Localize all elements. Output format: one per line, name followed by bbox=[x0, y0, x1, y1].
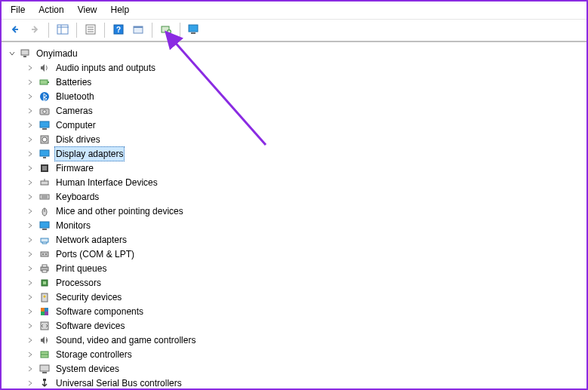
menu-help[interactable]: Help bbox=[109, 4, 131, 16]
tree-item-label[interactable]: Human Interface Devices bbox=[54, 176, 159, 189]
chevron-right-icon[interactable] bbox=[26, 221, 35, 230]
tree-item[interactable]: Software components bbox=[6, 304, 583, 318]
tree-item-label[interactable]: Software devices bbox=[54, 319, 126, 333]
tree-root[interactable]: Onyimadu bbox=[6, 47, 583, 60]
chevron-right-icon[interactable] bbox=[26, 321, 35, 330]
tree-item-label[interactable]: Bluetooth bbox=[54, 90, 96, 103]
tree-item-label[interactable]: Storage controllers bbox=[54, 348, 134, 361]
tree-item[interactable]: Disk drives bbox=[6, 132, 583, 146]
tree-item[interactable]: Human Interface Devices bbox=[6, 175, 583, 189]
tree-item[interactable]: Batteries bbox=[6, 75, 583, 89]
tree-item[interactable]: Mice and other pointing devices bbox=[6, 204, 583, 218]
tree-item[interactable]: Universal Serial Bus controllers bbox=[6, 376, 583, 388]
tree-item[interactable]: Sound, video and game controllers bbox=[6, 333, 583, 347]
toolbar-separator bbox=[152, 23, 152, 38]
chevron-right-icon[interactable] bbox=[26, 364, 35, 373]
tree-item-label[interactable]: Print queues bbox=[54, 262, 108, 275]
tree-item[interactable]: Computer bbox=[6, 118, 583, 132]
svg-point-21 bbox=[43, 109, 46, 112]
back-button[interactable] bbox=[6, 22, 24, 38]
tree-item-label[interactable]: Processors bbox=[54, 276, 103, 290]
toolbar-separator bbox=[104, 23, 105, 38]
tree-item[interactable]: Processors bbox=[6, 275, 583, 290]
tree-item-label[interactable]: Firmware bbox=[54, 161, 95, 175]
tree-item[interactable]: System devices bbox=[6, 361, 583, 376]
tree-item-label[interactable]: Monitors bbox=[54, 219, 92, 232]
tree-item-label[interactable]: Disk drives bbox=[54, 133, 102, 146]
software-comp-icon bbox=[38, 306, 51, 318]
tree-item[interactable]: Audio inputs and outputs bbox=[6, 60, 583, 75]
tree-item-label[interactable]: Sound, video and game controllers bbox=[54, 333, 197, 347]
help-button[interactable]: ? bbox=[109, 22, 128, 38]
show-hidden-button[interactable] bbox=[129, 22, 147, 38]
tree-item-label[interactable]: Ports (COM & LPT) bbox=[54, 247, 136, 261]
svg-text:?: ? bbox=[116, 26, 121, 34]
chevron-right-icon[interactable] bbox=[26, 106, 35, 115]
tree-item-label[interactable]: Display adapters bbox=[54, 146, 125, 161]
chevron-right-icon[interactable] bbox=[26, 78, 35, 87]
chevron-right-icon[interactable] bbox=[26, 63, 35, 72]
chevron-right-icon[interactable] bbox=[26, 336, 35, 345]
svg-rect-26 bbox=[40, 150, 49, 156]
chevron-right-icon[interactable] bbox=[26, 250, 35, 259]
tree-item[interactable]: Firmware bbox=[6, 161, 583, 175]
tree-item[interactable]: Bluetooth bbox=[6, 89, 583, 103]
properties-button[interactable] bbox=[82, 22, 100, 38]
chevron-right-icon[interactable] bbox=[26, 379, 35, 388]
printer-icon bbox=[38, 263, 51, 275]
chevron-right-icon[interactable] bbox=[26, 192, 35, 201]
chevron-right-icon[interactable] bbox=[26, 293, 35, 302]
tree-item-label[interactable]: System devices bbox=[54, 362, 121, 376]
tree-item-label[interactable]: Security devices bbox=[54, 290, 123, 304]
svg-rect-39 bbox=[41, 252, 48, 256]
scan-hardware-button[interactable] bbox=[185, 22, 203, 38]
tree-item[interactable]: Storage controllers bbox=[6, 347, 583, 361]
tree-item[interactable]: Software devices bbox=[6, 318, 583, 333]
chevron-right-icon[interactable] bbox=[26, 92, 35, 101]
tree-item-label[interactable]: Software components bbox=[54, 305, 145, 318]
chevron-right-icon[interactable] bbox=[26, 278, 35, 287]
chevron-right-icon[interactable] bbox=[26, 121, 35, 130]
menu-view[interactable]: View bbox=[76, 4, 99, 16]
cpu-icon bbox=[38, 277, 51, 289]
tree-item[interactable]: Print queues bbox=[6, 261, 583, 275]
tree-item[interactable]: Security devices bbox=[6, 290, 583, 304]
chevron-right-icon[interactable] bbox=[26, 135, 35, 144]
chevron-right-icon[interactable] bbox=[26, 235, 35, 244]
firmware-icon bbox=[38, 162, 51, 174]
chevron-down-icon[interactable] bbox=[8, 49, 17, 58]
camera-icon bbox=[38, 105, 51, 117]
toolbar-separator bbox=[48, 23, 49, 38]
device-tree[interactable]: Onyimadu Audio inputs and outputsBatteri… bbox=[2, 42, 586, 388]
tree-item-label[interactable]: Batteries bbox=[54, 75, 93, 89]
tree-root-label[interactable]: Onyimadu bbox=[35, 47, 79, 60]
tree-item[interactable]: Monitors bbox=[6, 218, 583, 232]
forward-button[interactable] bbox=[26, 22, 44, 38]
network-icon bbox=[38, 234, 51, 246]
menu-action[interactable]: Action bbox=[37, 4, 65, 16]
tree-item-label[interactable]: Universal Serial Bus controllers bbox=[54, 376, 183, 389]
chevron-right-icon[interactable] bbox=[26, 350, 35, 359]
tree-item-label[interactable]: Audio inputs and outputs bbox=[54, 61, 157, 75]
tree-item[interactable]: Network adapters bbox=[6, 232, 583, 247]
chevron-right-icon[interactable] bbox=[26, 307, 35, 316]
tree-item[interactable]: Ports (COM & LPT) bbox=[6, 247, 583, 261]
chevron-right-icon[interactable] bbox=[26, 164, 35, 173]
chevron-right-icon[interactable] bbox=[26, 178, 35, 187]
tree-item-label[interactable]: Computer bbox=[54, 118, 97, 132]
console-tree-button[interactable] bbox=[54, 22, 72, 38]
tree-item-label[interactable]: Cameras bbox=[54, 104, 94, 118]
update-driver-button[interactable] bbox=[157, 22, 175, 38]
show-hidden-icon bbox=[132, 24, 144, 37]
tree-item[interactable]: Display adapters bbox=[6, 146, 583, 161]
chevron-right-icon[interactable] bbox=[26, 207, 35, 216]
chevron-right-icon[interactable] bbox=[26, 149, 35, 158]
tree-item[interactable]: Keyboards bbox=[6, 189, 583, 204]
chevron-right-icon[interactable] bbox=[26, 264, 35, 273]
tree-item[interactable]: Cameras bbox=[6, 103, 583, 118]
svg-rect-13 bbox=[189, 25, 198, 32]
tree-item-label[interactable]: Network adapters bbox=[54, 233, 128, 247]
tree-item-label[interactable]: Mice and other pointing devices bbox=[54, 204, 185, 218]
tree-item-label[interactable]: Keyboards bbox=[54, 190, 100, 204]
menu-file[interactable]: File bbox=[9, 4, 26, 16]
